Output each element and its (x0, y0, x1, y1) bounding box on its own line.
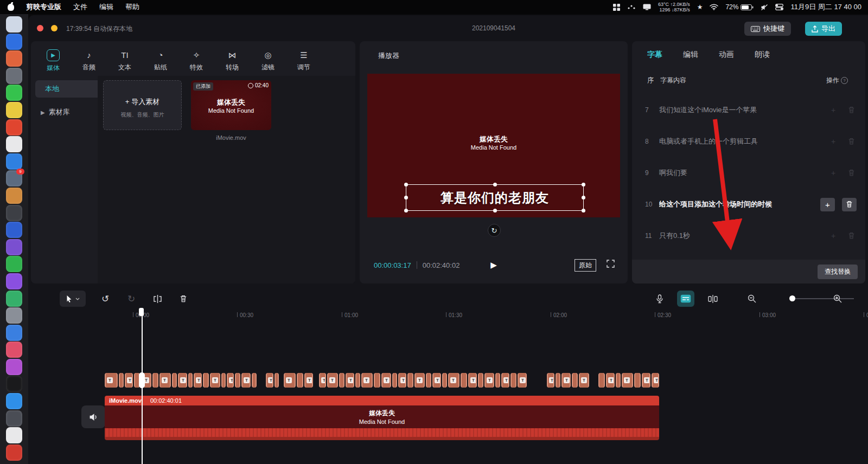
subtitle-clip[interactable]: T (381, 373, 391, 388)
subtitle-clip[interactable] (442, 373, 447, 388)
subtitle-clip[interactable] (275, 373, 279, 388)
subtitle-clip[interactable]: T (105, 373, 118, 388)
subtitle-clip[interactable]: T (518, 373, 527, 388)
subtitle-clip[interactable] (339, 373, 344, 388)
subtitle-clip[interactable]: T (606, 373, 615, 388)
subtitle-tab-4[interactable]: 朗读 (755, 50, 770, 60)
minimize-window-button[interactable] (51, 25, 58, 31)
zoom-in-button[interactable] (829, 291, 846, 307)
subtitle-row-8[interactable]: 8电脑或者手机上的一个剪辑工具+ (632, 126, 865, 157)
auto-caption-button[interactable] (677, 291, 694, 307)
wifi-icon[interactable] (710, 4, 718, 10)
dock-app-14[interactable] (6, 239, 22, 255)
dock-app-19[interactable] (6, 325, 22, 341)
find-replace-button[interactable]: 查找替换 (818, 265, 858, 279)
subtitle-clip[interactable]: T (642, 373, 650, 388)
subtitle-row-9[interactable]: 9啊我们要+ (632, 157, 865, 189)
dock-app-07[interactable] (6, 119, 22, 136)
dots-status-icon[interactable] (627, 4, 636, 10)
dock-app-24[interactable] (6, 410, 22, 427)
subtitle-clip[interactable]: T (414, 373, 425, 388)
dock-app-04[interactable] (6, 68, 22, 84)
menu-clock[interactable]: 11月9日 周二 17 40 00 (790, 2, 861, 12)
text-overlay-selection[interactable]: 算是你们的老朋友 (406, 184, 584, 211)
record-voiceover-button[interactable] (651, 291, 668, 307)
dock-app-21[interactable] (6, 359, 22, 375)
subtitle-clip[interactable]: T (448, 373, 459, 388)
dock-app-10[interactable]: 9 (6, 170, 22, 186)
dock-app-20[interactable] (6, 341, 22, 358)
media-tab-text[interactable]: TI文本 (107, 46, 143, 76)
delete-subtitle-button[interactable] (842, 198, 857, 211)
subtitle-clip[interactable]: T (178, 373, 187, 388)
resize-handle-e[interactable] (582, 196, 585, 199)
subtitle-clip[interactable] (461, 373, 467, 388)
subtitle-clip[interactable]: T (432, 373, 441, 388)
video-preview[interactable]: 媒体丢失 Media Not Found 算是你们的老朋友 (367, 74, 620, 217)
dock-app-22[interactable] (6, 376, 22, 392)
media-tab-sticker[interactable]: ◔贴纸 (143, 46, 178, 76)
add-subtitle-button[interactable]: + (828, 106, 839, 114)
add-subtitle-button[interactable]: + (828, 231, 839, 240)
add-subtitle-button[interactable]: + (820, 198, 835, 211)
menu-file[interactable]: 文件 (73, 2, 87, 12)
resize-handle-ne[interactable] (582, 183, 585, 186)
dock-app-02[interactable] (6, 34, 22, 50)
row-text[interactable]: 我们知道这个iMovie是一个苹果 (659, 105, 828, 115)
subtitle-clip[interactable]: T (346, 373, 354, 388)
export-button[interactable]: 导出 (805, 22, 842, 36)
subtitle-clip[interactable] (598, 373, 605, 388)
media-tab-effects[interactable]: ✧特效 (178, 46, 214, 76)
menu-help[interactable]: 帮助 (125, 2, 139, 12)
dock-app-11[interactable] (6, 188, 22, 204)
subtitle-clip[interactable]: T (210, 373, 220, 388)
subtitle-clip[interactable]: T (579, 373, 589, 388)
net-stats[interactable]: 63°C ↑2.0KB/s 1296 ↓87KB/s (658, 2, 690, 12)
dock-app-03[interactable] (6, 50, 22, 67)
row-text[interactable]: 电脑或者手机上的一个剪辑工具 (659, 137, 828, 146)
delete-clip-button[interactable] (175, 291, 192, 307)
subtitle-clip[interactable] (152, 373, 158, 388)
dock-app-25[interactable] (6, 427, 22, 443)
subtitle-clip[interactable] (510, 373, 516, 388)
subtitle-clip[interactable]: T (468, 373, 477, 388)
star-icon[interactable]: ★ (697, 3, 703, 11)
subtitle-clip[interactable] (297, 373, 303, 388)
subtitle-clip[interactable] (188, 373, 193, 388)
app-menu-title[interactable]: 剪映专业版 (26, 2, 61, 12)
subtitle-clip[interactable]: T (241, 373, 251, 388)
grid-status-icon[interactable] (613, 4, 620, 11)
row-text[interactable]: 给这个项目添加这个转场时间的时候 (659, 199, 820, 209)
subtitle-clip[interactable] (407, 373, 413, 388)
close-window-button[interactable] (37, 25, 43, 31)
subtitle-clip[interactable] (556, 373, 560, 388)
control-center-icon[interactable] (775, 4, 783, 10)
dock-app-13[interactable] (6, 222, 22, 238)
subtitle-clip[interactable] (495, 373, 500, 388)
playhead-handle[interactable] (139, 308, 144, 316)
dock-app-06[interactable] (6, 102, 22, 118)
subtitle-clip[interactable] (392, 373, 397, 388)
delete-subtitle-button[interactable] (846, 232, 857, 240)
subtitle-clip[interactable]: T (194, 373, 202, 388)
delete-subtitle-button[interactable] (846, 106, 857, 114)
dock-app-15[interactable] (6, 256, 22, 272)
timeline[interactable]: 00:0000:3001:0001:3002:0002:3003:0003:3 … (28, 311, 868, 464)
battery-indicator[interactable]: 72% (725, 3, 754, 11)
undo-button[interactable]: ↺ (97, 291, 114, 307)
subtitle-clip[interactable] (172, 373, 177, 388)
subtitle-row-11[interactable]: 11只有0.1秒+ (632, 220, 865, 252)
resize-handle-w[interactable] (404, 196, 408, 199)
dock-app-18[interactable] (6, 307, 22, 324)
subtitle-clip[interactable] (221, 373, 226, 388)
media-tab-transition[interactable]: ⋈转场 (214, 46, 250, 76)
track-audio-toggle-button[interactable] (81, 405, 105, 428)
subtitle-clip[interactable] (235, 373, 240, 388)
shortcut-keys-button[interactable]: 快捷键 (744, 22, 791, 36)
resize-handle-n[interactable] (493, 183, 497, 186)
subtitle-tab-3[interactable]: 动画 (719, 50, 734, 60)
rotate-overlay-button[interactable]: ↻ (488, 224, 501, 237)
overlay-text[interactable]: 算是你们的老朋友 (441, 189, 549, 207)
subtitle-clip[interactable]: T (304, 373, 313, 388)
play-button[interactable]: ▶ (490, 260, 497, 270)
